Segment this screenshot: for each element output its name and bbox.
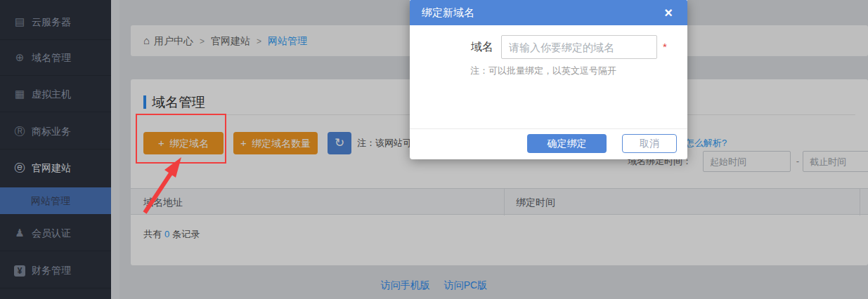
close-icon[interactable]: × [659,4,678,22]
cancel-button[interactable]: 取消 [622,134,677,153]
modal-title: 绑定新域名 [422,0,474,25]
modal-header: 绑定新域名 × [410,0,687,25]
page: ▤云服务器 ⊕域名管理 ▦虚拟主机 Ⓡ商标业务 ⓔ官网建站 网站管理 ♟会员认证… [0,0,868,299]
domain-input[interactable] [501,35,657,59]
bind-new-domain-modal: 绑定新域名 × 域名 * 注：可以批量绑定，以英文逗号隔开 确定绑定 取消 [410,0,687,159]
domain-field-label: 域名 [471,35,493,59]
modal-note: 注：可以批量绑定，以英文逗号隔开 [470,65,616,77]
required-asterisk: * [663,35,667,59]
confirm-bind-button[interactable]: 确定绑定 [527,134,607,153]
modal-footer-divider [410,128,687,129]
